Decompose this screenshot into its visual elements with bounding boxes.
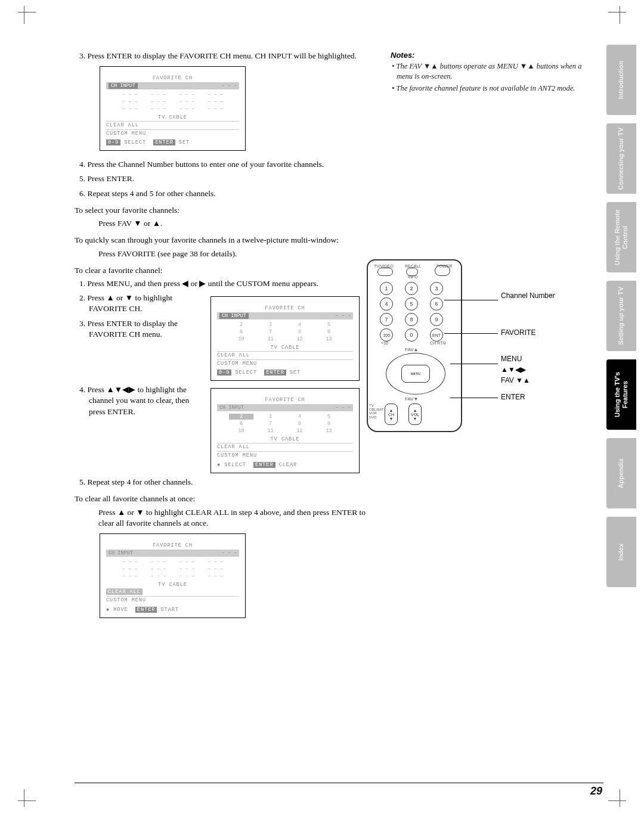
digit-1-icon: 1 [380, 282, 393, 295]
clear-step-1: 1. Press MENU, and then press ◀ or ▶ unt… [89, 278, 370, 289]
digit-6-icon: 6 [430, 297, 443, 311]
digit-2-icon: 2 [405, 282, 418, 295]
note-1: • The FAV ▼▲ buttons operate as MENU ▼▲ … [397, 61, 587, 82]
tab-index: Index [606, 517, 636, 587]
osd-favorite-ch-3: FAVORITE CH CH INPUT– – – 2345 6789 1011… [210, 388, 360, 473]
clear-step-3: 3. Press ENTER to display the FAVORITE C… [89, 318, 200, 340]
digit-9-icon: 9 [430, 313, 443, 326]
label-enter: ENTER [501, 393, 525, 401]
tab-remote-control: Using the Remote Control [606, 202, 636, 272]
tab-appendix: Appendix [606, 438, 636, 508]
digit-ent-icon: ENT [430, 328, 443, 342]
crop-mark-icon [18, 789, 36, 807]
select-favorite-body: Press FAV ▼ or ▲. [98, 218, 370, 229]
tvvideo-button-icon [377, 268, 393, 276]
clear-step-2: 2. Press ▲ or ▼ to highlight FAVORITE CH… [89, 293, 200, 314]
page-number: 29 [590, 785, 602, 798]
digit-3-icon: 3 [430, 282, 443, 295]
clear-all-body: Press ▲ or ▼ to highlight CLEAR ALL in s… [98, 507, 370, 529]
crop-mark-icon [608, 6, 626, 24]
ch-rocker-icon: ▲CH▼ [385, 404, 398, 425]
digit-4-icon: 4 [380, 297, 393, 311]
side-tabs: Introduction Connecting your TV Using th… [606, 45, 639, 595]
dpad-icon: MENU [386, 353, 445, 395]
label-channel-number: Channel Number [501, 291, 555, 300]
digit-0-icon: 0 [405, 328, 418, 342]
tab-features: Using the TV's Features [606, 359, 636, 430]
label-favorite: FAVORITE [501, 328, 535, 337]
scan-heading: To quickly scan through your favorite ch… [75, 235, 370, 246]
note-2: • The favorite channel feature is not av… [397, 83, 587, 94]
digit-8-icon: 8 [405, 313, 418, 326]
crop-mark-icon [608, 789, 626, 807]
step-3: 3. Press ENTER to display the FAVORITE C… [89, 51, 370, 61]
step-4: 4. Press the Channel Number buttons to e… [89, 159, 370, 170]
vol-rocker-icon: ▲VOL▼ [408, 404, 422, 425]
digit-5-icon: 5 [405, 297, 418, 311]
clear-heading: To clear a favorite channel: [75, 265, 370, 276]
osd-favorite-ch-4: FAVORITE CH CH INPUT– – – – – –– – –– – … [100, 533, 246, 618]
osd-favorite-ch-1: FAVORITE CH CH INPUT– – – – – –– – –– – … [100, 66, 246, 151]
label-fav: FAV ▼▲ [501, 376, 530, 384]
osd-favorite-ch-2: FAVORITE CH CH INPUT– – – 2345 6789 1011… [210, 296, 360, 381]
scan-body: Press FAVORITE (see page 38 for details)… [98, 249, 370, 259]
recall-button-icon [406, 268, 418, 276]
tab-setting-up: Setting up your TV [606, 281, 636, 351]
tab-introduction: Introduction [606, 45, 636, 115]
clear-all-heading: To clear all favorite channels at once: [75, 494, 370, 504]
digit-100-icon: 100 [380, 328, 393, 342]
power-button-icon [435, 265, 450, 276]
digit-7-icon: 7 [380, 313, 393, 326]
step-6: 6. Repeat steps 4 and 5 for other channe… [89, 188, 370, 199]
footer-rule [75, 783, 603, 783]
clear-step-4: 4. Press ▲▼◀▶ to highlight the channel y… [89, 384, 200, 417]
label-arrows: ▲▼◀▶ [501, 365, 526, 374]
tab-connecting: Connecting your TV [606, 123, 636, 194]
remote-diagram: TV/VIDEO RECALL INFO POWER 1 2 3 4 5 6 7… [367, 259, 581, 438]
clear-step-5: 5. Repeat step 4 for other channels. [89, 477, 370, 488]
label-menu: MENU [501, 355, 522, 363]
step-5: 5. Press ENTER. [89, 173, 370, 184]
notes-heading: Notes: [391, 51, 587, 60]
select-favorite-heading: To select your favorite channels: [75, 205, 370, 216]
crop-mark-icon [18, 6, 36, 24]
